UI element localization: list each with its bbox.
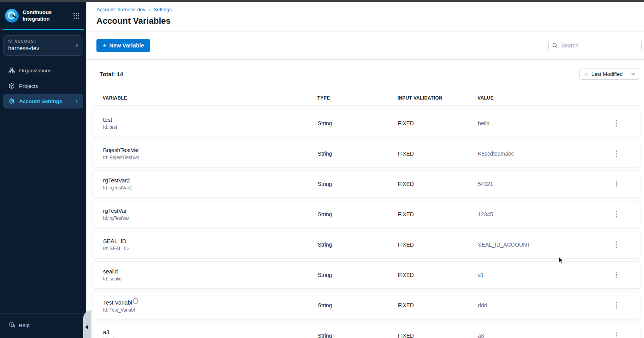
account-name: harness-dev <box>8 45 78 51</box>
table-row[interactable]: a3 Id: a3 String FIXED a3 <box>93 322 640 338</box>
breadcrumb-separator: › <box>149 6 150 13</box>
row-menu-button[interactable] <box>613 271 620 279</box>
plus-icon: + <box>103 42 107 49</box>
column-header-input-validation: INPUT VALIDATION <box>397 95 478 101</box>
variable-name: rgTestVar <box>103 208 127 214</box>
row-menu-button[interactable] <box>613 210 620 219</box>
variable-id: Id: BrijeshTestVar <box>103 155 318 160</box>
variable-id: Id: SEAL_ID <box>103 246 318 251</box>
breadcrumb-account-link[interactable]: Account: harness-dev <box>96 7 145 12</box>
main-content: Account: harness-dev › Settings Account … <box>86 2 644 338</box>
variable-type: String <box>318 272 398 278</box>
chevron-right-icon: › <box>75 40 78 49</box>
row-menu-button[interactable] <box>613 119 620 128</box>
column-header-variable: VARIABLE <box>103 95 317 101</box>
column-header-value: VALUE <box>478 95 593 101</box>
variable-input-validation: FIXED <box>398 181 478 187</box>
organizations-icon <box>9 67 15 74</box>
breadcrumb: Account: harness-dev › Settings <box>96 6 634 13</box>
module-accent-rule <box>3 29 84 30</box>
browser-top-strip <box>0 0 644 2</box>
variable-id: Id: rgTestVar2 <box>103 185 318 191</box>
variable-input-validation: FIXED <box>398 151 478 157</box>
table-row[interactable]: test Id: test String FIXED hello <box>93 110 640 137</box>
help-label: Help <box>19 322 30 328</box>
variable-id: Id: rgTestVar <box>103 215 318 221</box>
variable-name: sealid <box>103 268 118 275</box>
breadcrumb-settings-link[interactable]: Settings <box>154 7 172 12</box>
new-variable-button[interactable]: + New Variable <box>96 39 150 52</box>
sidebar-item-label: Organizations <box>19 68 51 74</box>
sidebar-item-projects[interactable]: Projects <box>0 78 86 94</box>
variable-value: ddd <box>478 302 593 308</box>
table-row[interactable]: SEAL_ID Id: SEAL_ID String FIXED SEAL_ID… <box>93 231 640 258</box>
sidebar-collapse-handle[interactable] <box>83 310 91 338</box>
harness-logo <box>5 9 19 23</box>
variable-input-validation: FIXED <box>398 211 478 217</box>
table-row[interactable]: BrijeshTestVar Id: BrijeshTestVar String… <box>93 140 640 167</box>
variable-type: String <box>318 242 398 248</box>
sort-dropdown[interactable]: ↑↓ Last Modified <box>579 68 640 80</box>
variable-name: Test Variabl <box>103 299 138 306</box>
variable-input-validation: FIXED <box>398 272 478 278</box>
svg-text:?: ? <box>10 323 12 326</box>
table-row[interactable]: rgTestVar Id: rgTestVar String FIXED 123… <box>93 201 640 228</box>
variable-value: 12345 <box>478 211 593 217</box>
search-icon <box>552 43 558 48</box>
variable-value: hello <box>478 120 593 126</box>
variable-rows: test Id: test String FIXED hello Brijesh… <box>93 110 640 338</box>
variable-type: String <box>318 333 398 338</box>
variable-value: a3 <box>478 333 593 338</box>
row-menu-button[interactable] <box>613 301 620 310</box>
gear-icon <box>9 98 15 104</box>
variable-value: SEAL_ID_ACCOUNT <box>478 242 593 248</box>
table-header-row: VARIABLE TYPE INPUT VALIDATION VALUE <box>93 95 640 106</box>
variable-value: K8scdteamabc <box>478 151 593 157</box>
sidebar-item-account-settings[interactable]: Account Settings › <box>3 94 83 109</box>
table-row[interactable]: rgTestVar2 Id: rgTestVar2 String FIXED 5… <box>93 170 640 198</box>
variable-type: String <box>318 211 398 217</box>
variable-id: Id: Test_Variabl <box>103 307 318 313</box>
chevron-down-icon <box>631 73 635 75</box>
module-grid-icon[interactable] <box>74 13 79 19</box>
page-title: Account Variables <box>96 16 634 26</box>
variable-type: String <box>318 120 398 126</box>
variable-input-validation: FIXED <box>398 302 478 308</box>
account-label: ACCOUNT <box>14 39 37 44</box>
sidebar-item-organizations[interactable]: Organizations <box>0 63 86 78</box>
variable-type: String <box>318 302 398 308</box>
row-menu-button[interactable] <box>613 240 620 249</box>
table-row[interactable]: Test Variabl Id: Test_Variabl String FIX… <box>93 292 640 319</box>
variable-name: test <box>103 117 112 123</box>
help-chat-icon: ? <box>9 322 15 329</box>
row-menu-button[interactable] <box>613 149 620 158</box>
help-button[interactable]: ? Help <box>0 313 86 338</box>
layers-icon <box>8 39 12 44</box>
variable-input-validation: FIXED <box>398 333 478 338</box>
table-row[interactable]: sealid Id: sealid String FIXED s1 <box>93 261 640 289</box>
variable-id: Id: sealid <box>103 276 318 282</box>
variable-type: String <box>318 181 398 187</box>
row-menu-button[interactable] <box>613 331 620 338</box>
product-name: Continuous Integration <box>23 9 74 22</box>
variable-name: BrijeshTestVar <box>103 147 139 153</box>
row-menu-button[interactable] <box>613 180 620 188</box>
projects-icon <box>9 83 15 89</box>
sort-arrows-icon: ↑↓ <box>584 71 588 77</box>
variable-value: s1 <box>478 272 593 278</box>
new-variable-label: New Variable <box>109 42 144 49</box>
sidebar: Continuous Integration ACCOUNT harness-d… <box>0 2 86 338</box>
total-count: Total: 14 <box>100 71 123 77</box>
variable-type: String <box>318 151 398 157</box>
search-input[interactable] <box>548 40 642 51</box>
chevron-right-icon: › <box>75 97 78 105</box>
variable-id: Id: test <box>103 124 318 130</box>
variable-value: 54321 <box>478 181 593 187</box>
sidebar-item-label: Account Settings <box>19 98 62 104</box>
sort-label: Last Modified <box>592 71 623 77</box>
column-header-type: TYPE <box>317 95 397 101</box>
variable-input-validation: FIXED <box>398 242 478 248</box>
account-selector[interactable]: ACCOUNT harness-dev › <box>3 35 83 56</box>
variable-input-validation: FIXED <box>398 120 478 126</box>
sidebar-item-label: Projects <box>19 83 38 89</box>
